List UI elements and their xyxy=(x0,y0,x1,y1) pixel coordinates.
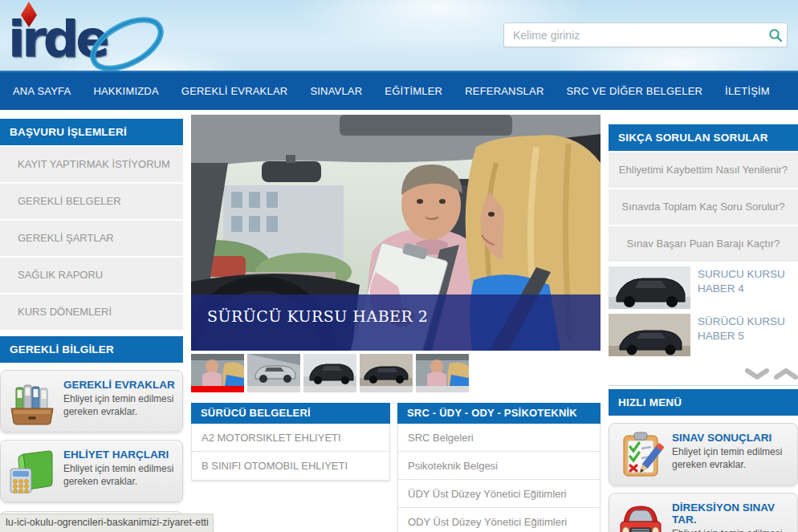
slider-caption-text: SÜRÜCÜ KURSU HABER 2 xyxy=(207,307,428,325)
card-desc: Ehliyet için temin edilmesi gereken evra… xyxy=(672,528,792,532)
news-item-partial xyxy=(609,361,690,367)
faq-item-1[interactable]: Ehliyetimi Kaybettim Nasıl Yenilenir? xyxy=(609,152,798,188)
card-desc: Ehliyet için temin edilmesi gereken evra… xyxy=(63,463,177,488)
nav-item-home[interactable]: ANA SAYFA xyxy=(2,72,82,110)
page: irde ANA SAYFA HAKKIMIZDA GEREKLİ EVRAKL… xyxy=(0,0,798,532)
list-item-b[interactable]: B SINIFI OTOMOBIL EHLIYETI xyxy=(192,452,389,480)
news-item-4[interactable]: SURUCU KURSU HABER 4 xyxy=(609,266,798,309)
thumbnail-car-black-front[interactable] xyxy=(303,354,356,392)
slider-caption: SÜRÜCÜ KURSU HABER 2 xyxy=(191,294,601,351)
sidebar-item-saglik[interactable]: SAĞLIK RAPORU xyxy=(0,258,183,293)
card-title: DİREKSİYON SINAV TAR. xyxy=(672,502,792,526)
faq-item-3[interactable]: Sınav Başarı Puan Barajı Kaçtır? xyxy=(609,226,798,262)
status-tooltip: lu-ici-okulu-ogrencileri-baskanimizi-ziy… xyxy=(0,514,214,532)
news-item-5[interactable]: SÜRÜCÜ KURSU HABER 5 xyxy=(609,314,798,356)
left-sidebar: BAŞVURU İŞLEMLERİ KAYIT YAPTIRMAK İSTİYO… xyxy=(0,119,183,502)
sidebar-item-sartlar[interactable]: GEREKLİ ŞARTLAR xyxy=(0,221,183,256)
thumbnail-lesson-2[interactable] xyxy=(416,354,469,392)
search-box xyxy=(503,22,788,47)
search-input[interactable] xyxy=(503,22,788,47)
slider-thumbnails xyxy=(191,354,601,392)
sidebar-item-kayit[interactable]: KAYIT YAPTIRMAK İSTİYORUM xyxy=(0,147,183,182)
card-title: SINAV SONUÇLARI xyxy=(672,432,792,444)
list-item-src[interactable]: SRC Belgeleri xyxy=(398,424,600,452)
nav-item-exams[interactable]: SINAVLAR xyxy=(299,72,373,110)
list-src-udy-ody: SRC - ÜDY - ODY - PSİKOTEKNİK SRC Belgel… xyxy=(397,403,601,532)
faq-item-2[interactable]: Sınavda Toplam Kaç Soru Sorulur? xyxy=(609,189,798,225)
chevron-down-icon[interactable] xyxy=(745,368,769,380)
main-nav: ANA SAYFA HAKKIMIZDA GEREKLİ EVRAKLAR SI… xyxy=(0,71,798,110)
binders-icon xyxy=(9,378,55,426)
news-thumbnail xyxy=(609,314,690,356)
sidebar-item-donemler[interactable]: KURS DÖNEMLERİ xyxy=(0,294,183,330)
clipboard-icon xyxy=(617,431,664,479)
card-gerekli-evraklar[interactable]: GEREKLİ EVRAKLAR Ehliyet için temin edil… xyxy=(0,370,183,433)
faq-header: SIKÇA SORULAN SORULAR xyxy=(609,124,798,151)
news-thumbnail xyxy=(609,266,690,309)
list-header: SRC - ÜDY - ODY - PSİKOTEKNİK xyxy=(397,403,601,424)
header: irde xyxy=(0,0,798,71)
thumbnail-car-dark[interactable] xyxy=(360,354,413,392)
list-item-a2[interactable]: A2 MOTORSIKLET EHLIYETI xyxy=(192,424,389,452)
card-title: GEREKLİ EVRAKLAR xyxy=(63,379,177,391)
search-icon[interactable] xyxy=(768,28,783,43)
nav-item-references[interactable]: REFERANSLAR xyxy=(454,72,555,110)
card-desc: Ehliyet için temin edilmesi gereken evra… xyxy=(63,393,177,418)
logo-swoosh-icon xyxy=(85,14,169,74)
list-item-ody[interactable]: ODY Üst Düzey Yönetici Eğitimleri xyxy=(398,508,600,532)
hero-slider[interactable]: SÜRÜCÜ KURSU HABER 2 xyxy=(191,115,601,351)
nav-item-about[interactable]: HAKKIMIZDA xyxy=(82,72,169,110)
news-nav xyxy=(609,368,798,383)
car-icon xyxy=(617,501,664,532)
right-sidebar: SIKÇA SORULAN SORULAR Ehliyetimi Kaybett… xyxy=(609,124,798,532)
card-title: EHLİYET HARÇLARI xyxy=(63,449,177,461)
thumbnail-lesson-1[interactable] xyxy=(191,354,244,392)
divider xyxy=(609,385,798,386)
card-direksiyon-sinav[interactable]: DİREKSİYON SINAV TAR. Ehliyet için temin… xyxy=(609,493,798,532)
quick-menu-header: HIZLI MENÜ xyxy=(609,389,798,416)
nav-item-contact[interactable]: İLETİŞİM xyxy=(714,72,781,110)
list-item-udy[interactable]: ÜDY Üst Düzey Yönetici Eğitimleri xyxy=(398,480,600,508)
nav-item-documents[interactable]: GEREKLİ EVRAKLAR xyxy=(170,72,299,110)
card-sinav-sonuclari[interactable]: SINAV SONUÇLARI Ehliyet için temin edilm… xyxy=(609,423,798,485)
site-logo[interactable]: irde xyxy=(8,0,161,71)
chevron-up-icon[interactable] xyxy=(774,368,798,380)
basvuru-header: BAŞVURU İŞLEMLERİ xyxy=(0,119,183,145)
card-ehliyet-harclari[interactable]: EHLİYET HARÇLARI Ehliyet için temin edil… xyxy=(0,440,183,502)
thumbnail-car-silver[interactable] xyxy=(247,354,300,392)
card-desc: Ehliyet için temin edilmesi gereken evra… xyxy=(672,446,792,471)
news-title: SURUCU KURSU HABER 4 xyxy=(690,266,798,309)
main-content: SÜRÜCÜ KURSU HABER 2 xyxy=(191,115,601,532)
news-widget: SURUCU KURSU HABER 4 SÜRÜCÜ KURSU HABER … xyxy=(609,266,798,386)
list-surucu-belgeleri: SÜRÜCÜ BELGELERİ A2 MOTORSIKLET EHLIYETI… xyxy=(191,403,390,532)
sidebar-item-belgeler[interactable]: GEREKLİ BELGELER xyxy=(0,184,183,219)
folder-calculator-icon xyxy=(9,448,55,496)
nav-item-trainings[interactable]: EĞİTİMLER xyxy=(373,72,454,110)
list-header: SÜRÜCÜ BELGELERİ xyxy=(191,403,390,424)
bilgiler-header: GEREKLİ BİLGİLER xyxy=(0,336,183,363)
news-title: SÜRÜCÜ KURSU HABER 5 xyxy=(690,314,798,356)
list-item-psikoteknik[interactable]: Psikoteknik Belgesi xyxy=(398,452,600,480)
nav-item-src[interactable]: SRC VE DİĞER BELGELER xyxy=(555,72,714,110)
